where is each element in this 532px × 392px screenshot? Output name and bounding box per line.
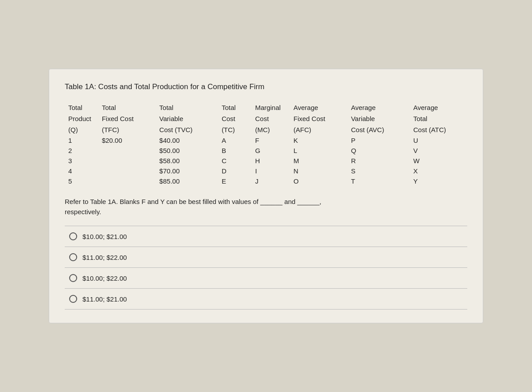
cell-r2-c1 (98, 156, 156, 166)
table-row: 4$70.00DINSX (65, 166, 467, 176)
radio-circle (69, 274, 77, 282)
header-row2-col8: Total (410, 113, 467, 124)
header-row3-col2: (TFC) (98, 124, 156, 135)
cell-r4-c5: O (290, 176, 348, 186)
option-label: $10.00; $21.00 (82, 233, 127, 240)
cell-r4-c4: J (252, 176, 290, 186)
header-row1-col6: Average (290, 102, 348, 113)
header-row2-col5: Cost (252, 113, 290, 124)
cell-r1-c5: L (290, 145, 348, 156)
cell-r2-c2: $58.00 (156, 156, 218, 166)
cell-r3-c2: $70.00 (156, 166, 218, 176)
header-row2-col4: Cost (218, 113, 252, 124)
radio-circle (69, 232, 77, 240)
cell-r2-c4: H (252, 156, 290, 166)
option-label: $11.00; $22.00 (82, 254, 127, 261)
table-row: 3$58.00CHMRW (65, 156, 467, 166)
cell-r3-c6: S (348, 166, 410, 176)
header-row3-col1: (Q) (65, 124, 98, 135)
cell-r2-c5: M (290, 156, 348, 166)
cell-r3-c4: I (252, 166, 290, 176)
table-row: 5$85.00EJOTY (65, 176, 467, 186)
table-row: 2$50.00BGLQV (65, 145, 467, 156)
cell-r3-c5: N (290, 166, 348, 176)
option-label: $11.00; $21.00 (82, 295, 127, 303)
option-label: $10.00; $22.00 (82, 274, 127, 282)
cell-r1-c2: $50.00 (156, 145, 218, 156)
header-row2-col7: Variable (348, 113, 410, 124)
header-row3-col4: (TC) (218, 124, 252, 135)
cost-table: Total Total Total Total Marginal Average… (65, 102, 467, 186)
header-row1-col7: Average (348, 102, 410, 113)
header-row2-col6: Fixed Cost (290, 113, 348, 124)
radio-circle (69, 295, 77, 303)
cell-r4-c7: Y (410, 176, 467, 186)
cell-r4-c3: E (218, 176, 252, 186)
option-0[interactable]: $10.00; $21.00 (65, 226, 467, 247)
header-row1-col5: Marginal (252, 102, 290, 113)
header-row-1: Total Total Total Total Marginal Average… (65, 102, 467, 113)
option-3[interactable]: $11.00; $21.00 (65, 289, 467, 310)
header-row1-col1: Total (65, 102, 98, 113)
cell-r3-c3: D (218, 166, 252, 176)
cell-r0-c2: $40.00 (156, 135, 218, 145)
question-text: Refer to Table 1A. Blanks F and Y can be… (65, 197, 467, 217)
header-row2-col2: Fixed Cost (98, 113, 156, 124)
cell-r2-c6: R (348, 156, 410, 166)
cell-r0-c0: 1 (65, 135, 98, 145)
main-card: Table 1A: Costs and Total Production for… (49, 69, 483, 323)
header-row2-col1: Product (65, 113, 98, 124)
cell-r2-c0: 3 (65, 156, 98, 166)
cell-r3-c7: X (410, 166, 467, 176)
cell-r2-c7: W (410, 156, 467, 166)
cell-r4-c6: T (348, 176, 410, 186)
cell-r0-c7: U (410, 135, 467, 145)
cell-r2-c3: C (218, 156, 252, 166)
cell-r1-c1 (98, 145, 156, 156)
cell-r1-c7: V (410, 145, 467, 156)
options-list: $10.00; $21.00$11.00; $22.00$10.00; $22.… (65, 226, 467, 310)
cell-r0-c6: P (348, 135, 410, 145)
table-title: Table 1A: Costs and Total Production for… (65, 82, 467, 91)
cell-r0-c4: F (252, 135, 290, 145)
cell-r3-c1 (98, 166, 156, 176)
cell-r4-c2: $85.00 (156, 176, 218, 186)
cell-r3-c0: 4 (65, 166, 98, 176)
table-body: 1$20.00$40.00AFKPU2$50.00BGLQV3$58.00CHM… (65, 135, 467, 186)
header-row3-col8: Cost (ATC) (410, 124, 467, 135)
cell-r1-c0: 2 (65, 145, 98, 156)
option-1[interactable]: $11.00; $22.00 (65, 247, 467, 268)
header-row3-col6: (AFC) (290, 124, 348, 135)
header-row1-col4: Total (218, 102, 252, 113)
option-2[interactable]: $10.00; $22.00 (65, 268, 467, 289)
cell-r1-c3: B (218, 145, 252, 156)
header-row-3: (Q) (TFC) Cost (TVC) (TC) (MC) (AFC) Cos… (65, 124, 467, 135)
cell-r1-c6: Q (348, 145, 410, 156)
header-row1-col3: Total (156, 102, 218, 113)
header-row-2: Product Fixed Cost Variable Cost Cost Fi… (65, 113, 467, 124)
cell-r4-c0: 5 (65, 176, 98, 186)
cell-r0-c1: $20.00 (98, 135, 156, 145)
cell-r0-c3: A (218, 135, 252, 145)
radio-circle (69, 253, 77, 261)
header-row3-col5: (MC) (252, 124, 290, 135)
cell-r4-c1 (98, 176, 156, 186)
header-row2-col3: Variable (156, 113, 218, 124)
header-row3-col3: Cost (TVC) (156, 124, 218, 135)
table-row: 1$20.00$40.00AFKPU (65, 135, 467, 145)
header-row1-col2: Total (98, 102, 156, 113)
cell-r1-c4: G (252, 145, 290, 156)
table-header: Total Total Total Total Marginal Average… (65, 102, 467, 135)
header-row3-col7: Cost (AVC) (348, 124, 410, 135)
cell-r0-c5: K (290, 135, 348, 145)
header-row1-col8: Average (410, 102, 467, 113)
